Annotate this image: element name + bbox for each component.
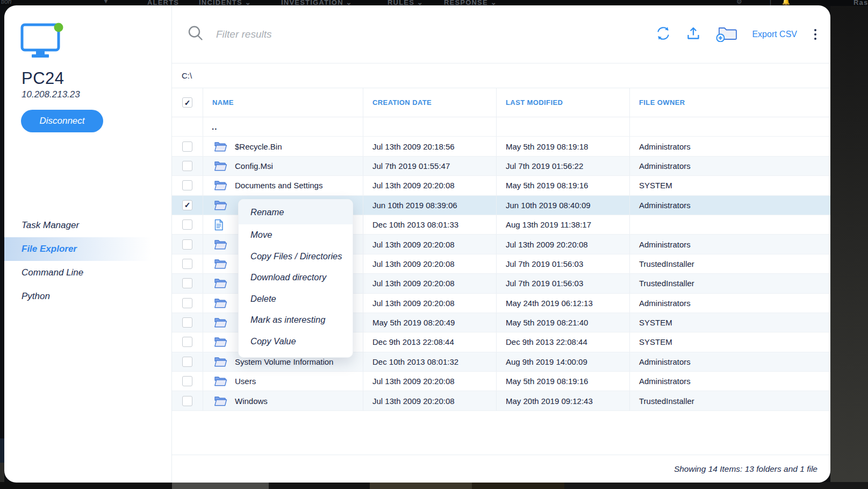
file-owner: Administrators [639, 161, 691, 171]
folder-icon [214, 258, 227, 270]
parent-directory-label: .. [212, 122, 217, 131]
table-header: ✓ NAME CREATION DATE LAST MODIFIED FILE … [172, 88, 830, 117]
row-checkbox[interactable]: ✓ [182, 396, 192, 406]
table-empty-space [172, 411, 830, 455]
last-modified: May 5th 2019 08:21:40 [506, 318, 588, 327]
last-modified: Jul 7th 2019 01:56:03 [506, 279, 583, 288]
export-csv-button[interactable]: Export CSV [752, 30, 797, 39]
folder-icon [214, 356, 227, 367]
table-row[interactable]: ✓ Documents and Settings Jul 13th [172, 176, 830, 195]
creation-date: Dec 10th 2013 08:01:32 [372, 357, 458, 366]
creation-date: Jul 13th 2009 20:20:08 [372, 279, 455, 288]
new-folder-button[interactable] [715, 25, 738, 44]
table-footer: Showing 14 Items: 13 folders and 1 file [172, 455, 830, 483]
table-row[interactable]: ✓ Config.Msi Jul 7th 2019 01:55:47 [172, 157, 830, 176]
page-right-edge [830, 0, 868, 489]
search-icon [187, 25, 204, 44]
parent-directory-row[interactable]: .. [172, 117, 830, 137]
creation-date: Jul 13th 2009 20:20:08 [372, 377, 455, 386]
taskbar-segment [172, 482, 269, 489]
filter-input[interactable] [216, 29, 655, 40]
table-row[interactable]: ✓ Windows Jul 13th 2009 20:20:08 [172, 391, 830, 410]
creation-date: Dec 10th 2013 08:01:33 [372, 220, 458, 229]
last-modified: Dec 9th 2013 22:08:44 [506, 337, 587, 346]
file-owner: SYSTEM [639, 337, 672, 346]
row-checkbox[interactable]: ✓ [182, 298, 192, 308]
sidebar-item-task-manager[interactable]: Task Manager [4, 214, 171, 237]
context-menu-item-copy-files-directories[interactable]: Copy Files / Directories [239, 246, 353, 267]
creation-date: Jul 13th 2009 20:20:08 [372, 299, 455, 308]
folder-icon [214, 200, 227, 211]
sidebar-item-file-explorer[interactable]: File Explorer [4, 237, 171, 261]
last-modified: May 5th 2019 08:19:16 [506, 377, 588, 386]
last-modified: Jun 10th 2019 08:40:09 [506, 201, 591, 210]
nav-left-fragment: tion [1, 0, 11, 5]
row-checkbox[interactable]: ✓ [182, 376, 192, 386]
file-owner: Administrators [639, 377, 691, 386]
upload-button[interactable] [685, 25, 701, 43]
sidebar-item-command-line[interactable]: Command Line [4, 261, 171, 285]
row-checkbox[interactable]: ✓ [182, 259, 192, 269]
remote-session-modal: PC24 10.208.213.23 Disconnect Task Manag… [4, 5, 830, 483]
row-checkbox[interactable]: ✓ [182, 200, 192, 210]
sidebar-item-python[interactable]: Python [4, 285, 171, 308]
context-menu-item-move[interactable]: Move [239, 224, 353, 246]
row-checkbox[interactable]: ✓ [182, 239, 192, 250]
items-summary: Showing 14 Items: 13 folders and 1 file [674, 464, 817, 474]
breadcrumb[interactable]: C:\ [172, 63, 830, 88]
file-owner: TrustedInstaller [639, 279, 694, 288]
last-modified: Jul 7th 2019 01:56:03 [506, 259, 583, 268]
context-menu: RenameMoveCopy Files / DirectoriesDownlo… [238, 199, 353, 358]
refresh-button[interactable] [655, 25, 671, 43]
column-header-creation-date[interactable]: CREATION DATE [372, 98, 432, 107]
upload-icon [685, 25, 701, 43]
folder-icon [214, 160, 227, 172]
folder-icon [214, 141, 227, 152]
creation-date: Dec 9th 2013 22:08:44 [372, 337, 454, 346]
context-menu-item-download-directory[interactable]: Download directory [239, 267, 353, 288]
context-menu-item-copy-value[interactable]: Copy Value [239, 331, 353, 352]
row-checkbox[interactable]: ✓ [182, 180, 192, 190]
context-menu-item-delete[interactable]: Delete [239, 288, 353, 310]
row-checkbox[interactable]: ✓ [182, 357, 192, 367]
table-row[interactable]: ✓ $Recycle.Bin Jul 13th 2009 20:18 [172, 137, 830, 156]
folder-icon [214, 375, 227, 387]
folder-icon [214, 278, 227, 289]
context-menu-item-rename[interactable]: Rename [239, 200, 353, 224]
folder-icon [214, 180, 227, 191]
disconnect-button[interactable]: Disconnect [21, 110, 103, 132]
page-left-edge [0, 0, 4, 489]
file-name: Windows [235, 396, 268, 406]
kebab-menu-icon[interactable] [811, 28, 820, 41]
folder-icon [214, 317, 227, 328]
context-menu-item-mark-as-interesting[interactable]: Mark as interesting [239, 309, 353, 331]
file-owner: Administrators [639, 142, 691, 151]
row-checkbox[interactable]: ✓ [182, 219, 192, 230]
creation-date: Jul 13th 2009 20:20:08 [372, 259, 455, 268]
gear-icon[interactable]: ⚙ [736, 0, 742, 5]
file-owner: Administrators [639, 299, 691, 308]
folder-icon [214, 395, 227, 407]
last-modified: Jul 13th 2009 20:20:08 [506, 240, 588, 249]
session-sidebar: PC24 10.208.213.23 Disconnect Task Manag… [4, 5, 172, 483]
monitor-icon [20, 23, 171, 60]
table-row[interactable]: ✓ Users Jul 13th 2009 20:20:08 [172, 372, 830, 391]
row-checkbox[interactable]: ✓ [182, 141, 192, 152]
row-checkbox[interactable]: ✓ [182, 337, 192, 347]
taskbar-segment [472, 482, 564, 489]
select-all-checkbox[interactable]: ✓ [182, 97, 192, 108]
creation-date: Jul 7th 2019 01:55:47 [372, 161, 450, 171]
column-header-last-modified[interactable]: LAST MODIFIED [506, 98, 563, 107]
folder-icon [214, 336, 227, 348]
row-checkbox[interactable]: ✓ [182, 278, 192, 288]
file-name: $Recycle.Bin [235, 142, 282, 151]
row-checkbox[interactable]: ✓ [182, 317, 192, 328]
row-checkbox[interactable]: ✓ [182, 161, 192, 171]
new-folder-icon [715, 25, 738, 44]
creation-date: Jul 13th 2009 20:18:56 [372, 142, 455, 151]
bell-icon[interactable]: 🔔 [782, 0, 790, 5]
nav-user-name[interactable]: Ras [853, 0, 868, 6]
column-header-name[interactable]: NAME [212, 98, 234, 107]
file-owner: SYSTEM [639, 318, 672, 327]
column-header-file-owner[interactable]: FILE OWNER [639, 98, 685, 107]
